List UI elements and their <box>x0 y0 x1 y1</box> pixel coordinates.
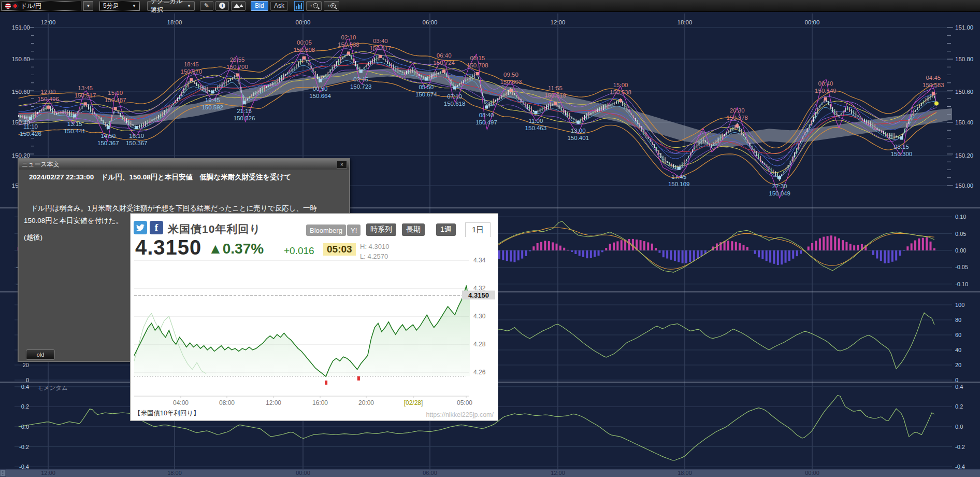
bar-chart-icon <box>301 3 302 9</box>
svg-text:151.00: 151.00 <box>12 24 30 31</box>
svg-text:06:00: 06:00 <box>423 470 437 476</box>
toolbar: ドル/円 ▼ 5分足 ▼ テクニカル選択 ▼ ✎ i Bid Ask ↕− ↕+ <box>0 0 980 12</box>
svg-text:06:40: 06:40 <box>437 52 452 59</box>
us-flag-icon <box>5 3 11 9</box>
mountain-chart-button[interactable] <box>231 1 246 11</box>
svg-text:11:00: 11:00 <box>528 118 543 124</box>
svg-text:150.497: 150.497 <box>475 119 497 125</box>
bid-label: Bid <box>255 2 264 9</box>
svg-text:-0.4: -0.4 <box>955 464 965 470</box>
svg-text:20:55: 20:55 <box>230 57 245 63</box>
yield-change-absolute: +0.016 <box>284 245 314 257</box>
svg-text:12:00: 12:00 <box>41 89 56 95</box>
svg-text:0.2: 0.2 <box>21 403 29 410</box>
svg-text:150.401: 150.401 <box>567 135 589 141</box>
svg-text:150.549: 150.549 <box>815 88 837 94</box>
pencil-icon: ✎ <box>204 2 209 9</box>
svg-text:18:45: 18:45 <box>184 61 199 67</box>
timeframe-select[interactable]: 5分足 ▼ <box>99 1 140 11</box>
news-close-button[interactable]: × <box>337 161 347 169</box>
vertical-zoom-in-button[interactable]: ↕+ <box>324 1 339 11</box>
yield-price: 4.3150 <box>135 236 201 259</box>
svg-text:-0.10: -0.10 <box>955 281 968 287</box>
svg-text:150.517: 150.517 <box>75 92 96 99</box>
svg-text:18:00: 18:00 <box>167 470 182 476</box>
tab-one-week[interactable]: 1週 <box>436 223 456 236</box>
svg-text:00:00: 00:00 <box>296 470 310 476</box>
technical-select-button[interactable]: テクニカル選択 ▼ <box>147 1 195 11</box>
svg-text:12:00: 12:00 <box>41 470 55 476</box>
svg-text:20:00: 20:00 <box>358 399 374 406</box>
svg-text:150.603: 150.603 <box>500 79 522 85</box>
vertical-zoom-out-button[interactable]: ↕− <box>306 1 322 11</box>
fx-chart-app: 12:00150.49613:45150.51715:10150.48718:4… <box>0 0 980 477</box>
facebook-share-button[interactable]: f <box>150 221 163 234</box>
svg-text:150.80: 150.80 <box>955 56 973 62</box>
svg-text:150.109: 150.109 <box>668 181 690 187</box>
yahoo-link-button[interactable]: Y! <box>347 225 361 236</box>
twitter-icon <box>136 223 145 232</box>
candle-display-button[interactable] <box>294 1 304 11</box>
us10y-yield-window[interactable]: f 米国債10年利回り Bloomberg Y! 時系列 長期 1週 1日 4.… <box>130 213 498 421</box>
svg-text:150.664: 150.664 <box>309 93 331 99</box>
bid-button[interactable]: Bid <box>251 1 268 11</box>
yield-high: H: 4.3010 <box>360 243 389 250</box>
tab-long-term[interactable]: 長期 <box>402 223 425 236</box>
ask-label: Ask <box>274 2 284 9</box>
svg-text:150.618: 150.618 <box>444 101 466 107</box>
news-body-line1: ドル円は弱含み。1月米耐久財受注額が予想を下回る結果だったことに売りで反応し、一… <box>24 204 317 213</box>
svg-text:0.0: 0.0 <box>21 424 29 430</box>
svg-text:0.2: 0.2 <box>955 403 963 410</box>
svg-text:22:30: 22:30 <box>772 183 787 189</box>
draw-pencil-button[interactable]: ✎ <box>200 1 213 11</box>
news-window-titlebar[interactable]: ニュース本文 <box>19 159 349 170</box>
svg-text:150.049: 150.049 <box>769 190 790 197</box>
svg-text:150.80: 150.80 <box>12 56 30 62</box>
zoom-out-icon: − <box>313 3 318 8</box>
ask-button[interactable]: Ask <box>270 1 288 11</box>
svg-text:150.441: 150.441 <box>64 128 85 134</box>
svg-text:150.40: 150.40 <box>955 119 973 125</box>
svg-text:0: 0 <box>26 377 29 383</box>
twitter-share-button[interactable] <box>134 221 147 234</box>
svg-text:08:00: 08:00 <box>219 399 235 406</box>
svg-text:04:45: 04:45 <box>926 75 941 81</box>
news-window-title: ニュース本文 <box>22 160 60 169</box>
svg-text:00:50: 00:50 <box>313 86 328 92</box>
svg-text:18:00: 18:00 <box>678 470 692 476</box>
svg-text:150.463: 150.463 <box>525 125 547 131</box>
svg-text:60: 60 <box>955 332 961 338</box>
currency-pair-dropdown-button[interactable]: ▼ <box>83 1 93 11</box>
svg-text:0.4: 0.4 <box>955 384 963 390</box>
technical-select-label: テクニカル選択 <box>151 0 185 15</box>
bar-chart-icon <box>299 5 300 9</box>
news-headline: 2024/02/27 22:33:00 ドル円、150.08円と本日安値 低調な… <box>29 173 291 182</box>
svg-text:150.708: 150.708 <box>467 62 488 68</box>
currency-pair-select[interactable]: ドル/円 <box>1 1 81 11</box>
svg-text:150.40: 150.40 <box>12 119 30 125</box>
svg-text:150.724: 150.724 <box>433 60 455 66</box>
svg-text:150.838: 150.838 <box>338 41 359 48</box>
overlay-footer-url[interactable]: https://nikkei225jp.com/ <box>426 411 494 418</box>
svg-text:4.3150: 4.3150 <box>468 291 489 299</box>
bloomberg-link-button[interactable]: Bloomberg <box>306 225 346 236</box>
svg-text:18:00: 18:00 <box>167 19 182 25</box>
news-old-button[interactable]: old <box>26 349 55 360</box>
svg-text:150.817: 150.817 <box>370 45 392 51</box>
info-button[interactable]: i <box>215 1 229 11</box>
svg-text:21:15: 21:15 <box>237 108 252 114</box>
svg-text:15:10: 15:10 <box>108 90 123 96</box>
info-icon: i <box>219 3 225 9</box>
mountain-icon <box>239 4 243 7</box>
tab-one-day-active[interactable]: 1日 <box>465 222 491 237</box>
tab-time-series[interactable]: 時系列 <box>366 223 396 236</box>
svg-text:08:40: 08:40 <box>479 112 494 118</box>
svg-text:4.26: 4.26 <box>473 369 486 376</box>
svg-text:150.20: 150.20 <box>955 152 973 159</box>
svg-text:18:00: 18:00 <box>678 19 693 25</box>
news-author: (越後) <box>24 233 42 242</box>
svg-text:12:00: 12:00 <box>41 19 56 25</box>
yield-low: L: 4.2570 <box>360 252 388 260</box>
svg-text:150.583: 150.583 <box>923 82 944 88</box>
svg-text:150.378: 150.378 <box>726 115 748 121</box>
